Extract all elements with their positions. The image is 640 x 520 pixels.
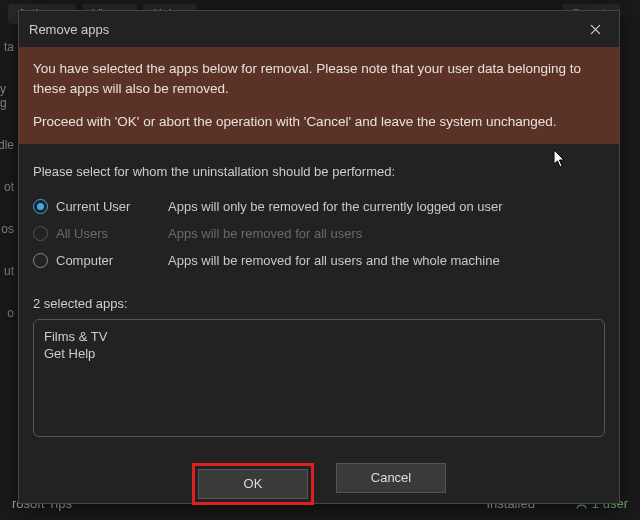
dialog-titlebar: Remove apps (19, 11, 619, 47)
warning-banner: You have selected the apps below for rem… (19, 47, 619, 144)
radio-label: Computer (56, 253, 160, 268)
radio-all-users: All Users Apps will be removed for all u… (33, 220, 605, 247)
radio-desc: Apps will be removed for all users and t… (168, 253, 500, 268)
radio-desc: Apps will be removed for all users (168, 226, 362, 241)
dialog-content: Please select for whom the uninstallatio… (19, 144, 619, 447)
remove-apps-dialog: Remove apps You have selected the apps b… (18, 10, 620, 504)
ok-button[interactable]: OK (198, 469, 308, 499)
radio-current-user[interactable]: Current User Apps will only be removed f… (33, 193, 605, 220)
radio-icon (33, 253, 48, 268)
dialog-buttons: OK Cancel (19, 447, 619, 519)
radio-label: Current User (56, 199, 160, 214)
radio-desc: Apps will only be removed for the curren… (168, 199, 503, 214)
radio-icon (33, 226, 48, 241)
cancel-button[interactable]: Cancel (336, 463, 446, 493)
scope-prompt: Please select for whom the uninstallatio… (33, 164, 605, 179)
background-left-strip: ta y g dle ot os ut o (0, 40, 14, 320)
radio-label: All Users (56, 226, 160, 241)
radio-computer[interactable]: Computer Apps will be removed for all us… (33, 247, 605, 274)
selected-apps-list: Films & TV Get Help (33, 319, 605, 437)
ok-highlight: OK (192, 463, 314, 505)
warning-text-2: Proceed with 'OK' or abort the operation… (33, 112, 605, 132)
close-icon (590, 24, 601, 35)
dialog-title: Remove apps (29, 22, 109, 37)
close-button[interactable] (581, 17, 609, 41)
list-item: Films & TV (44, 328, 594, 346)
list-item: Get Help (44, 345, 594, 363)
selected-apps-label: 2 selected apps: (33, 296, 605, 311)
warning-text-1: You have selected the apps below for rem… (33, 59, 605, 98)
radio-icon (33, 199, 48, 214)
